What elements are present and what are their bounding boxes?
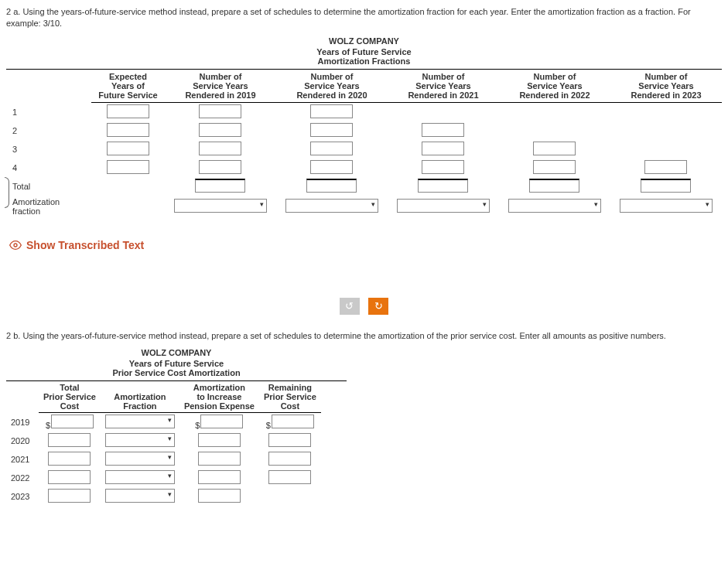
question-2b-text: 2 b. Using the years-of-future-service m… bbox=[6, 330, 722, 342]
input-cell[interactable] bbox=[107, 123, 149, 137]
col-h: Service Years bbox=[304, 81, 359, 90]
col-h: Amortization bbox=[193, 383, 245, 392]
nav-buttons: ↺ ↻ bbox=[6, 298, 722, 315]
redo-button[interactable]: ↻ bbox=[368, 298, 388, 315]
col-h: Amortization bbox=[114, 392, 166, 401]
total-cell[interactable] bbox=[641, 179, 691, 193]
col-h: Service Years bbox=[193, 81, 248, 90]
table-row: 2021 bbox=[6, 450, 321, 469]
col-h: Rendered in 2021 bbox=[408, 90, 478, 100]
input-cell[interactable] bbox=[200, 415, 243, 428]
input-cell[interactable] bbox=[422, 160, 464, 174]
input-cell[interactable] bbox=[268, 470, 311, 484]
total-cell[interactable] bbox=[195, 179, 245, 193]
table-row: 3 bbox=[6, 140, 722, 159]
row-label: 2023 bbox=[6, 487, 39, 506]
col-h: Service Years bbox=[415, 81, 470, 90]
input-cell[interactable] bbox=[310, 160, 353, 174]
company-name-2: WOLZ COMPANY bbox=[6, 348, 347, 357]
col-h: Total bbox=[60, 383, 79, 392]
col-h: Service Years bbox=[527, 81, 582, 90]
fraction-select[interactable] bbox=[285, 199, 378, 213]
col-h: Fraction bbox=[123, 401, 156, 411]
fraction-select[interactable] bbox=[174, 199, 267, 213]
table-row: 2023 bbox=[6, 487, 321, 506]
input-cell[interactable] bbox=[198, 470, 241, 484]
table-row: 4 bbox=[6, 159, 722, 177]
input-cell[interactable] bbox=[533, 142, 576, 155]
col-h: Remaining bbox=[268, 383, 312, 392]
row-label: 1 bbox=[6, 102, 91, 121]
input-cell[interactable] bbox=[48, 489, 91, 503]
col-h: Number of bbox=[310, 72, 353, 81]
show-transcribed-button[interactable]: Show Transcribed Text bbox=[9, 239, 722, 251]
input-cell[interactable] bbox=[310, 123, 353, 137]
subtitle-2b-2: Prior Service Cost Amortization bbox=[6, 368, 347, 377]
fraction-select[interactable] bbox=[105, 470, 175, 484]
input-cell[interactable] bbox=[107, 104, 149, 118]
fraction-select[interactable] bbox=[620, 199, 713, 213]
subtitle-2b-1: Years of Future Service bbox=[6, 359, 347, 368]
input-cell[interactable] bbox=[272, 415, 314, 428]
total-cell[interactable] bbox=[418, 179, 468, 193]
table-row: 1 bbox=[6, 102, 722, 121]
row-label: Amortization fraction bbox=[6, 196, 91, 217]
total-cell[interactable] bbox=[306, 179, 357, 193]
show-transcribed-label: Show Transcribed Text bbox=[26, 239, 144, 251]
row-label: 2019 bbox=[6, 413, 39, 432]
table-2b: TotalPrior ServiceCost AmortizationFract… bbox=[6, 380, 347, 506]
fraction-select[interactable] bbox=[105, 489, 175, 503]
input-cell[interactable] bbox=[198, 433, 241, 447]
input-cell[interactable] bbox=[422, 142, 464, 155]
input-cell[interactable] bbox=[268, 452, 311, 466]
input-cell[interactable] bbox=[51, 415, 94, 428]
input-cell[interactable] bbox=[644, 160, 687, 174]
eye-icon bbox=[9, 239, 22, 251]
row-label: 2022 bbox=[6, 469, 39, 487]
input-cell[interactable] bbox=[48, 470, 91, 484]
total-cell[interactable] bbox=[529, 179, 579, 193]
table-row: 2 bbox=[6, 121, 722, 140]
input-cell[interactable] bbox=[107, 160, 149, 174]
fraction-select[interactable] bbox=[397, 199, 490, 213]
fraction-select[interactable] bbox=[105, 452, 175, 466]
subtitle-1: Years of Future Service bbox=[6, 47, 722, 56]
col-h: Number of bbox=[533, 72, 576, 81]
col-h: Rendered in 2023 bbox=[631, 90, 701, 100]
col-h: Prior Service bbox=[43, 392, 96, 401]
col-h: Prior Service bbox=[264, 392, 316, 401]
input-cell[interactable] bbox=[199, 142, 241, 155]
col-h: Rendered in 2022 bbox=[519, 90, 590, 100]
row-label: 2 bbox=[6, 121, 91, 140]
fraction-select[interactable] bbox=[105, 415, 175, 428]
row-label: 2021 bbox=[6, 450, 39, 469]
input-cell[interactable] bbox=[198, 489, 241, 503]
col-h: Number of bbox=[199, 72, 241, 81]
col-h: to Increase bbox=[197, 392, 241, 401]
input-cell[interactable] bbox=[198, 452, 241, 466]
input-cell[interactable] bbox=[268, 433, 311, 447]
col-h: Rendered in 2020 bbox=[296, 90, 367, 100]
input-cell[interactable] bbox=[199, 123, 241, 137]
table-row-total: Total bbox=[6, 177, 722, 196]
input-cell[interactable] bbox=[422, 123, 464, 137]
input-cell[interactable] bbox=[199, 160, 241, 174]
input-cell[interactable] bbox=[199, 104, 241, 118]
input-cell[interactable] bbox=[533, 160, 576, 174]
col-h: Rendered in 2019 bbox=[185, 90, 255, 100]
table-2b-titles: WOLZ COMPANY Years of Future Service Pri… bbox=[6, 348, 347, 377]
input-cell[interactable] bbox=[48, 433, 91, 447]
row-label: 4 bbox=[6, 159, 91, 177]
input-cell[interactable] bbox=[48, 452, 91, 466]
input-cell[interactable] bbox=[310, 104, 353, 118]
fraction-select[interactable] bbox=[508, 199, 601, 213]
input-cell[interactable] bbox=[310, 142, 353, 155]
fraction-select[interactable] bbox=[105, 433, 175, 447]
col-h: Number of bbox=[644, 72, 687, 81]
svg-point-0 bbox=[14, 244, 17, 247]
dollar-sign: $ bbox=[195, 421, 200, 430]
input-cell[interactable] bbox=[107, 142, 149, 155]
dollar-sign: $ bbox=[266, 421, 272, 430]
col-h: Number of bbox=[422, 72, 464, 81]
undo-button[interactable]: ↺ bbox=[340, 298, 360, 315]
